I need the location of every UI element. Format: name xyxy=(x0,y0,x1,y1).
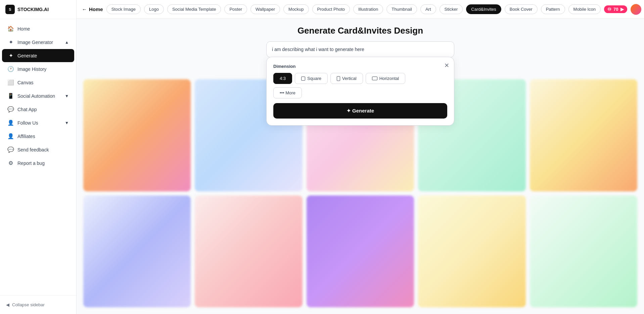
category-art[interactable]: Art xyxy=(420,4,436,14)
sidebar-item-image-generator[interactable]: ✦ Image Generator ▲ xyxy=(2,36,74,49)
collapse-sidebar-button[interactable]: ◀ Collapse sidebar xyxy=(2,300,74,310)
category-thumbnail[interactable]: Thumbnail xyxy=(386,4,417,14)
dimension-horizontal-button[interactable]: Horizontal xyxy=(366,73,406,84)
sidebar-item-chat-app[interactable]: 💬 Chat App xyxy=(2,103,74,116)
credits-badge: ♾ 70 ▶ xyxy=(604,5,627,13)
collapse-icon: ◀ xyxy=(6,302,9,307)
gallery-card xyxy=(530,195,637,308)
prompt-input[interactable] xyxy=(272,47,449,52)
social-icon: 📱 xyxy=(7,93,14,99)
infinity-icon: ♾ xyxy=(607,7,611,12)
home-icon: 🏠 xyxy=(7,26,14,32)
youtube-icon: ▶ xyxy=(620,7,624,12)
content-area: Generate Card&Invites Design ✕ Dimension… xyxy=(77,19,644,314)
sidebar: S STOCKIMG.AI 🏠 Home ✦ Image Generator ▲… xyxy=(0,0,77,314)
brand-name: STOCKIMG.AI xyxy=(17,7,49,12)
category-illustration[interactable]: Illustration xyxy=(353,4,383,14)
generate-container: Generate Card&Invites Design ✕ Dimension… xyxy=(77,19,644,126)
logo-area: S STOCKIMG.AI xyxy=(0,0,76,19)
generate-button[interactable]: ✦ Generate xyxy=(273,103,447,119)
sidebar-item-label: Affiliates xyxy=(17,134,35,139)
chevron-up-icon: ▲ xyxy=(65,40,69,45)
chevron-down-icon: ▼ xyxy=(65,94,69,98)
main-content: ← Home Stock Image Logo Social Media Tem… xyxy=(77,0,644,314)
chat-icon: 💬 xyxy=(7,106,14,113)
gallery-card xyxy=(418,195,525,308)
dimension-label: Dimension xyxy=(273,64,447,69)
back-button[interactable]: ← Home xyxy=(82,6,103,12)
category-stock-image[interactable]: Stock Image xyxy=(106,4,141,14)
page-title: Generate Card&Invites Design xyxy=(297,26,423,36)
category-pattern[interactable]: Pattern xyxy=(541,4,565,14)
square-icon xyxy=(301,77,305,81)
user-avatar[interactable] xyxy=(631,4,641,15)
feedback-icon: 💬 xyxy=(7,146,14,153)
category-book-cover[interactable]: Book Cover xyxy=(505,4,538,14)
sidebar-footer: ◀ Collapse sidebar xyxy=(0,295,76,314)
logo-icon: S xyxy=(5,5,15,14)
category-social-media-template[interactable]: Social Media Template xyxy=(167,4,221,14)
sidebar-item-label: Report a bug xyxy=(17,161,45,166)
gallery-card xyxy=(83,195,191,308)
modal-close-button[interactable]: ✕ xyxy=(444,62,449,69)
generate-icon: ✦ xyxy=(7,52,14,59)
sidebar-item-home[interactable]: 🏠 Home xyxy=(2,22,74,35)
sidebar-item-send-feedback[interactable]: 💬 Send feedback xyxy=(2,143,74,156)
sidebar-item-label: Chat App xyxy=(17,107,37,112)
canvas-icon: ⬜ xyxy=(7,79,14,86)
history-icon: 🕐 xyxy=(7,66,14,72)
dimension-4-3-button[interactable]: 4:3 xyxy=(273,73,292,84)
category-mockup[interactable]: Mockup xyxy=(283,4,309,14)
dimension-options: 4:3 Square Vertical Horizontal xyxy=(273,73,447,84)
gallery-card xyxy=(195,195,302,308)
credits-count: 70 xyxy=(613,7,618,12)
category-poster[interactable]: Poster xyxy=(224,4,247,14)
category-sticker[interactable]: Sticker xyxy=(440,4,463,14)
prompt-input-wrapper[interactable] xyxy=(266,41,454,57)
vertical-icon xyxy=(337,76,340,81)
category-product-photo[interactable]: Product Photo xyxy=(312,4,350,14)
horizontal-icon xyxy=(372,77,377,80)
sidebar-item-canvas[interactable]: ⬜ Canvas xyxy=(2,76,74,89)
collapse-label: Collapse sidebar xyxy=(12,302,45,307)
more-dimensions-button[interactable]: ••• More xyxy=(273,87,302,98)
affiliates-icon: 👤 xyxy=(7,133,14,139)
topbar-right: ♾ 70 ▶ xyxy=(604,4,641,15)
sidebar-item-generate[interactable]: ✦ Generate xyxy=(2,49,74,62)
gallery-card xyxy=(307,195,414,308)
back-arrow-icon: ← xyxy=(82,6,87,12)
bug-icon: ⚙ xyxy=(7,160,14,166)
sidebar-item-label: Send feedback xyxy=(17,147,49,152)
sidebar-item-label: Canvas xyxy=(17,80,33,85)
chevron-down-icon: ▼ xyxy=(65,121,69,125)
category-wallpaper[interactable]: Wallpaper xyxy=(250,4,280,14)
sidebar-item-follow-us[interactable]: 👤 Follow Us ▼ xyxy=(2,116,74,129)
sidebar-item-label: Image Generator xyxy=(17,40,53,45)
follow-icon: 👤 xyxy=(7,120,14,126)
sidebar-item-social-automation[interactable]: 📱 Social Automation ▼ xyxy=(2,89,74,102)
category-logo[interactable]: Logo xyxy=(144,4,164,14)
sidebar-item-label: Follow Us xyxy=(17,120,38,126)
dimension-square-button[interactable]: Square xyxy=(295,73,328,84)
sidebar-item-label: Generate xyxy=(17,53,37,58)
sidebar-item-label: Home xyxy=(17,26,30,32)
sidebar-item-affiliates[interactable]: 👤 Affiliates xyxy=(2,130,74,143)
sidebar-item-label: Image History xyxy=(17,66,46,72)
sidebar-item-label: Social Automation xyxy=(17,93,55,99)
category-card-invites[interactable]: Card&Invites xyxy=(466,4,501,14)
dimension-vertical-button[interactable]: Vertical xyxy=(330,73,363,84)
sidebar-nav: 🏠 Home ✦ Image Generator ▲ ✦ Generate 🕐 … xyxy=(0,19,76,295)
sidebar-item-image-history[interactable]: 🕐 Image History xyxy=(2,62,74,76)
sidebar-item-report-bug[interactable]: ⚙ Report a bug xyxy=(2,156,74,170)
category-mobile-icon[interactable]: Mobile Icon xyxy=(568,4,601,14)
topbar: ← Home Stock Image Logo Social Media Tem… xyxy=(77,0,644,19)
back-label: Home xyxy=(89,6,103,12)
generate-modal: ✕ Dimension 4:3 Square Vertical xyxy=(266,57,454,126)
image-generator-icon: ✦ xyxy=(7,39,14,45)
